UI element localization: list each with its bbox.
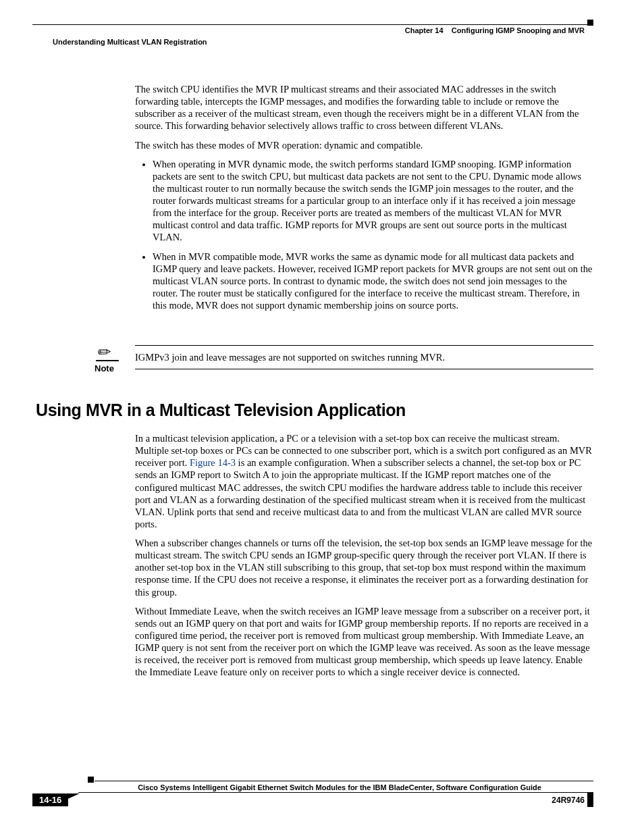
list-item: When operating in MVR dynamic mode, the …	[153, 158, 593, 244]
chapter-title: Configuring IGMP Snooping and MVR	[452, 26, 585, 34]
section-body: In a multicast television application, a…	[135, 432, 593, 685]
bullet-list: When operating in MVR dynamic mode, the …	[135, 158, 593, 312]
page: Chapter 14 Configuring IGMP Snooping and…	[0, 0, 644, 834]
paragraph: Without Immediate Leave, when the switch…	[135, 605, 593, 679]
footer-book-title: Cisco Systems Intelligent Gigabit Ethern…	[95, 783, 585, 791]
note-block: ✎ Note IGMPv3 join and leave messages ar…	[95, 345, 593, 373]
footer-corner-marker	[88, 777, 94, 783]
running-header-section: Understanding Multicast VLAN Registratio…	[53, 38, 207, 46]
body-text-block: The switch CPU identifies the MVR IP mul…	[135, 83, 593, 318]
paragraph: The switch has these modes of MVR operat…	[135, 139, 593, 151]
footer-right-marker	[587, 792, 593, 807]
footer-rule-lower	[78, 792, 587, 793]
page-number-wing	[65, 793, 80, 800]
note-label: Note	[95, 363, 128, 373]
chapter-label: Chapter 14	[405, 26, 444, 34]
section-heading: Using MVR in a Multicast Television Appl…	[36, 400, 406, 420]
footer-doc-number: 24R9746	[552, 796, 585, 805]
figure-crossref-link[interactable]: Figure 14-3	[190, 457, 236, 468]
paragraph: When a subscriber changes channels or tu…	[135, 537, 593, 598]
header-rule	[32, 24, 593, 25]
note-gutter: ✎ Note	[95, 345, 128, 373]
paragraph: In a multicast television application, a…	[135, 432, 593, 530]
footer-rule-upper	[95, 781, 593, 781]
list-item: When in MVR compatible mode, MVR works t…	[153, 251, 593, 312]
note-text: IGMPv3 join and leave messages are not s…	[135, 345, 593, 369]
running-header-chapter: Chapter 14 Configuring IGMP Snooping and…	[405, 26, 585, 34]
paragraph: The switch CPU identifies the MVR IP mul…	[135, 83, 593, 132]
page-number-badge: 14-16	[32, 793, 68, 806]
